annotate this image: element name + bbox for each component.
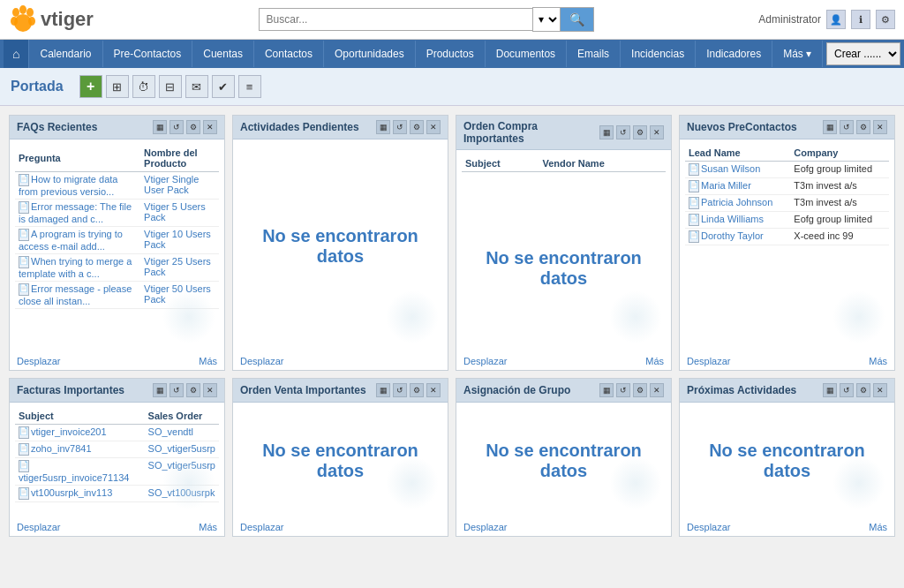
lead-link[interactable]: Susan Wilson xyxy=(701,163,760,174)
ov-bar-icon[interactable]: ▦ xyxy=(376,383,390,397)
act-close-icon[interactable]: ✕ xyxy=(426,120,441,134)
fac-settings-icon[interactable]: ⚙ xyxy=(186,383,200,397)
nav-precontactos[interactable]: Pre-Contactos xyxy=(103,41,193,67)
faqs-desplazar[interactable]: Desplazar xyxy=(17,356,61,366)
fac-desplazar[interactable]: Desplazar xyxy=(17,522,61,532)
lead-link[interactable]: Linda Williams xyxy=(701,214,764,224)
nav-calendario[interactable]: Calendario xyxy=(29,41,102,67)
grid-button[interactable]: ⊞ xyxy=(106,75,129,98)
pc-mas[interactable]: Más xyxy=(869,356,887,366)
oc-settings-icon[interactable]: ⚙ xyxy=(633,125,647,139)
create-select[interactable]: Crear ...... xyxy=(826,42,900,65)
pa-settings-icon[interactable]: ⚙ xyxy=(856,383,870,397)
oc-refresh-icon[interactable]: ↺ xyxy=(616,125,630,139)
search-input[interactable] xyxy=(259,8,532,31)
act-desplazar[interactable]: Desplazar xyxy=(240,356,284,366)
ag-close-icon[interactable]: ✕ xyxy=(650,383,664,397)
invoice-link[interactable]: vt100usrpk_inv113 xyxy=(31,487,112,498)
pc-bar-icon[interactable]: ▦ xyxy=(823,120,837,134)
ag-settings-icon[interactable]: ⚙ xyxy=(633,383,647,397)
ag-desplazar[interactable]: Desplazar xyxy=(463,522,508,532)
faq-link[interactable]: Error message - please close all instan.… xyxy=(19,283,132,306)
nav-mas[interactable]: Más ▾ xyxy=(772,41,823,67)
add-button[interactable]: + xyxy=(79,75,102,98)
invoice-link[interactable]: zoho_inv7841 xyxy=(31,443,92,454)
faq-link[interactable]: How to migrate data from previous versio… xyxy=(19,174,117,197)
ov-desplazar[interactable]: Desplazar xyxy=(240,522,284,532)
top-right: Administrator 👤 ℹ ⚙ xyxy=(758,10,895,29)
pc-desplazar[interactable]: Desplazar xyxy=(687,356,731,366)
faqs-close-icon[interactable]: ✕ xyxy=(203,120,217,134)
faqs-refresh-icon[interactable]: ↺ xyxy=(170,120,184,134)
ov-close-icon[interactable]: ✕ xyxy=(426,383,441,397)
list-button[interactable]: ≡ xyxy=(238,75,261,98)
oc-mas[interactable]: Más xyxy=(645,356,664,366)
fac-bar-icon[interactable]: ▦ xyxy=(153,383,167,397)
info-icon[interactable]: ℹ xyxy=(851,10,870,29)
user-icon[interactable]: 👤 xyxy=(826,10,846,29)
check-button[interactable]: ✔ xyxy=(212,75,235,98)
act-settings-icon[interactable]: ⚙ xyxy=(410,120,424,134)
search-dropdown[interactable]: ▾ xyxy=(532,7,560,32)
pc-close-icon[interactable]: ✕ xyxy=(873,120,887,134)
faqs-bar-icon[interactable]: ▦ xyxy=(153,120,167,134)
invoice-link[interactable]: vtiger_invoice201 xyxy=(31,426,107,437)
fac-close-icon[interactable]: ✕ xyxy=(203,383,217,397)
product-link[interactable]: Vtiger 10 Users Pack xyxy=(144,229,211,250)
minus-button[interactable]: ⊟ xyxy=(159,75,182,98)
order-link[interactable]: SO_vtiger5usrp xyxy=(148,443,215,454)
pa-desplazar[interactable]: Desplazar xyxy=(687,522,731,532)
faqs-settings-icon[interactable]: ⚙ xyxy=(186,120,200,134)
fac-refresh-icon[interactable]: ↺ xyxy=(170,383,184,397)
pa-refresh-icon[interactable]: ↺ xyxy=(840,383,854,397)
nav-oportunidades[interactable]: Oportunidades xyxy=(324,41,416,67)
pa-mas[interactable]: Más xyxy=(869,522,887,532)
product-link[interactable]: Vtiger Single User Pack xyxy=(144,174,199,195)
search-button[interactable]: 🔍 xyxy=(560,7,594,32)
settings-icon[interactable]: ⚙ xyxy=(876,10,895,29)
lead-link[interactable]: Maria Miller xyxy=(701,180,751,191)
nav-emails[interactable]: Emails xyxy=(567,41,621,67)
nav-contactos[interactable]: Contactos xyxy=(254,41,324,67)
faqs-mas[interactable]: Más xyxy=(199,356,217,366)
order-link[interactable]: SO_vt100usrpk xyxy=(148,487,215,498)
lead-link[interactable]: Dorothy Taylor xyxy=(701,230,764,241)
act-refresh-icon[interactable]: ↺ xyxy=(393,120,407,134)
faq-link[interactable]: Error message: The file is damaged and c… xyxy=(19,201,132,224)
lead-link[interactable]: Patricia Johnson xyxy=(701,197,772,207)
ag-refresh-icon[interactable]: ↺ xyxy=(616,383,630,397)
pc-refresh-icon[interactable]: ↺ xyxy=(840,120,854,134)
oc-bar-icon[interactable]: ▦ xyxy=(599,125,614,139)
nav-cuentas[interactable]: Cuentas xyxy=(192,41,254,67)
ov-refresh-icon[interactable]: ↺ xyxy=(393,383,407,397)
nav-home[interactable]: ⌂ xyxy=(4,40,29,68)
fac-mas[interactable]: Más xyxy=(199,522,217,532)
oc-close-icon[interactable]: ✕ xyxy=(650,125,664,139)
orden-venta-widget: Orden Venta Importantes ▦ ↺ ⚙ ✕ No se en… xyxy=(232,378,448,537)
ov-settings-icon[interactable]: ⚙ xyxy=(410,383,424,397)
act-bar-icon[interactable]: ▦ xyxy=(376,120,390,134)
precontactos-title: Nuevos PreContactos xyxy=(687,121,797,133)
product-link[interactable]: Vtiger 5 Users Pack xyxy=(144,201,206,222)
product-link[interactable]: Vtiger 25 Users Pack xyxy=(144,256,211,277)
nav-documentos[interactable]: Documentos xyxy=(486,41,567,67)
order-link[interactable]: SO_vendtl xyxy=(148,426,193,437)
pa-bar-icon[interactable]: ▦ xyxy=(823,383,837,397)
pc-settings-icon[interactable]: ⚙ xyxy=(856,120,870,134)
nav-productos[interactable]: Productos xyxy=(416,41,486,67)
product-link[interactable]: Vtiger 50 Users Pack xyxy=(144,283,211,305)
nav-incidencias[interactable]: Incidencias xyxy=(621,41,696,67)
clock-button[interactable]: ⏱ xyxy=(132,75,155,98)
faq-link[interactable]: When trying to merge a template with a c… xyxy=(19,256,132,279)
faq-link[interactable]: A program is trying to access e-mail add… xyxy=(19,229,123,252)
toolbar: + ⊞ ⏱ ⊟ ✉ ✔ ≡ xyxy=(79,75,261,98)
doc-icon: 📄 xyxy=(19,443,29,456)
message-button[interactable]: ✉ xyxy=(185,75,208,98)
ag-bar-icon[interactable]: ▦ xyxy=(599,383,614,397)
nav-create: Crear ...... xyxy=(826,42,900,65)
nav-indicadores[interactable]: Indicadores xyxy=(696,41,772,67)
oc-desplazar[interactable]: Desplazar xyxy=(463,356,508,366)
pa-close-icon[interactable]: ✕ xyxy=(873,383,887,397)
invoice-link[interactable]: vtiger5usrp_invoice71134 xyxy=(19,472,129,483)
order-link[interactable]: SO_vtiger5usrp xyxy=(148,460,215,471)
